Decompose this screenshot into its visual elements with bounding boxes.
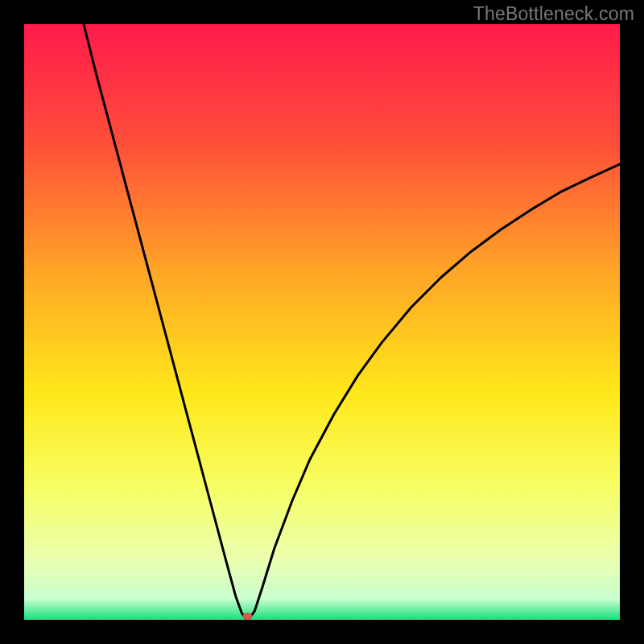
bottleneck-chart [24, 24, 620, 620]
plot-area [24, 24, 620, 620]
watermark-text: TheBottleneck.com [473, 3, 634, 25]
chart-frame: TheBottleneck.com [0, 0, 644, 644]
chart-background [24, 24, 620, 620]
optimal-point-marker [243, 613, 253, 620]
